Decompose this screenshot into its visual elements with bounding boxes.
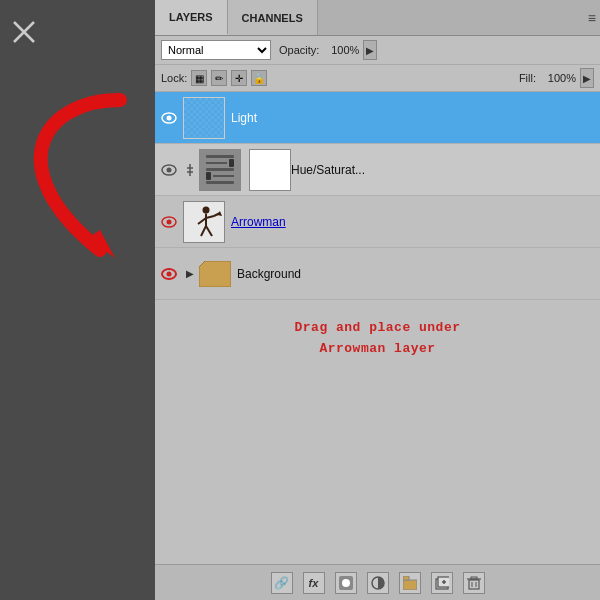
- opacity-value: 100%: [323, 44, 359, 56]
- svg-rect-23: [403, 580, 417, 590]
- new-layer-button[interactable]: [431, 572, 453, 594]
- adjustment-button[interactable]: [367, 572, 389, 594]
- tab-channels-label: CHANNELS: [242, 12, 303, 24]
- layer-thumb-light: [183, 97, 225, 139]
- layers-list: Light: [155, 92, 600, 564]
- tab-channels[interactable]: CHANNELS: [228, 0, 318, 35]
- hue-slider-dot-2: [206, 172, 211, 180]
- fill-arrow-btn[interactable]: ▶: [580, 68, 594, 88]
- svg-point-10: [203, 206, 210, 213]
- instruction-text: Drag and place under Arrowman layer: [165, 318, 590, 360]
- fx-button[interactable]: fx: [303, 572, 325, 594]
- mask-icon: [339, 576, 353, 590]
- folder-thumb: [199, 261, 231, 287]
- eye-icon: [161, 164, 177, 176]
- panel-menu-icon[interactable]: ≡: [588, 10, 596, 26]
- svg-point-4: [167, 115, 172, 120]
- hue-slider-1: [206, 159, 235, 167]
- group-expand-arrow[interactable]: ▶: [183, 267, 197, 281]
- arrowman-svg: [184, 202, 224, 242]
- group-button[interactable]: [399, 572, 421, 594]
- instruction-line1: Drag and place under: [294, 320, 460, 335]
- bottom-toolbar: 🔗 fx: [155, 564, 600, 600]
- layer-chain-huesat: [183, 160, 197, 180]
- layer-thumb-huesat: [199, 149, 241, 191]
- layer-name-huesat: Hue/Saturat...: [291, 163, 365, 177]
- folder-icon: [199, 261, 231, 287]
- svg-point-8: [167, 219, 172, 224]
- layer-visibility-huesat[interactable]: [159, 160, 179, 180]
- left-sidebar: [0, 0, 155, 600]
- main-panel: LAYERS CHANNELS ≡ Normal Dissolve Multip…: [155, 0, 600, 600]
- adjustment-icon: [371, 576, 385, 590]
- lock-position-btn[interactable]: ✛: [231, 70, 247, 86]
- panel-header: LAYERS CHANNELS ≡: [155, 0, 600, 36]
- eye-icon: [161, 112, 177, 124]
- layer-thumb-arrowman: [183, 201, 225, 243]
- layer-name-light: Light: [231, 111, 257, 125]
- instruction-area: Drag and place under Arrowman layer: [155, 300, 600, 370]
- hue-slider-dot: [229, 159, 234, 167]
- layer-name-background: Background: [237, 267, 301, 281]
- fill-value: 100%: [540, 72, 576, 84]
- lock-row: Lock: ▦ ✏ ✛ 🔒 Fill: 100% ▶: [155, 65, 600, 92]
- svg-point-19: [167, 271, 172, 276]
- annotation-arrow: [20, 90, 160, 270]
- tool-icon[interactable]: [10, 18, 38, 46]
- layer-mask-huesat: [249, 149, 291, 191]
- lock-paint-btn[interactable]: ✏: [211, 70, 227, 86]
- huesat-inner: [200, 153, 240, 186]
- svg-rect-24: [403, 576, 409, 580]
- delete-icon: [467, 576, 481, 590]
- layer-name-arrowman: Arrowman: [231, 215, 286, 229]
- light-color-fill: [184, 98, 224, 138]
- hue-line-2: [206, 168, 235, 171]
- svg-point-6: [167, 167, 172, 172]
- lock-all-btn[interactable]: 🔒: [251, 70, 267, 86]
- fill-label: Fill:: [519, 72, 536, 84]
- layer-row[interactable]: Hue/Saturat...: [155, 144, 600, 196]
- layer-row[interactable]: Arrowman: [155, 196, 600, 248]
- new-layer-icon: [435, 576, 449, 590]
- tab-layers-label: LAYERS: [169, 11, 213, 23]
- blend-mode-select[interactable]: Normal Dissolve Multiply Screen Overlay: [161, 40, 271, 60]
- link-button[interactable]: 🔗: [271, 572, 293, 594]
- tab-layers[interactable]: LAYERS: [155, 0, 228, 35]
- layer-row[interactable]: ▶ Background: [155, 248, 600, 300]
- tool-icon-area: [10, 18, 38, 50]
- svg-point-21: [342, 579, 350, 587]
- layer-visibility-light[interactable]: [159, 108, 179, 128]
- opacity-label: Opacity:: [279, 44, 319, 56]
- lock-pixel-btn[interactable]: ▦: [191, 70, 207, 86]
- delete-button[interactable]: [463, 572, 485, 594]
- layer-row[interactable]: Light: [155, 92, 600, 144]
- hue-line-3: [206, 181, 235, 184]
- hue-slider-line: [206, 162, 228, 164]
- group-icon: [403, 576, 417, 590]
- blend-mode-row: Normal Dissolve Multiply Screen Overlay …: [155, 36, 600, 65]
- lock-label: Lock:: [161, 72, 187, 84]
- opacity-arrow-btn[interactable]: ▶: [363, 40, 377, 60]
- eye-icon: [161, 216, 177, 228]
- layer-visibility-background[interactable]: [159, 264, 179, 284]
- layer-visibility-arrowman[interactable]: [159, 212, 179, 232]
- mask-button[interactable]: [335, 572, 357, 594]
- svg-rect-31: [471, 577, 477, 579]
- instruction-line2: Arrowman layer: [319, 341, 435, 356]
- svg-rect-29: [469, 580, 479, 589]
- eye-icon: [161, 268, 177, 280]
- hue-slider-2: [206, 172, 235, 180]
- hue-line-1: [206, 155, 235, 158]
- hue-slider-line-2: [213, 175, 235, 177]
- chain-icon: [185, 162, 195, 178]
